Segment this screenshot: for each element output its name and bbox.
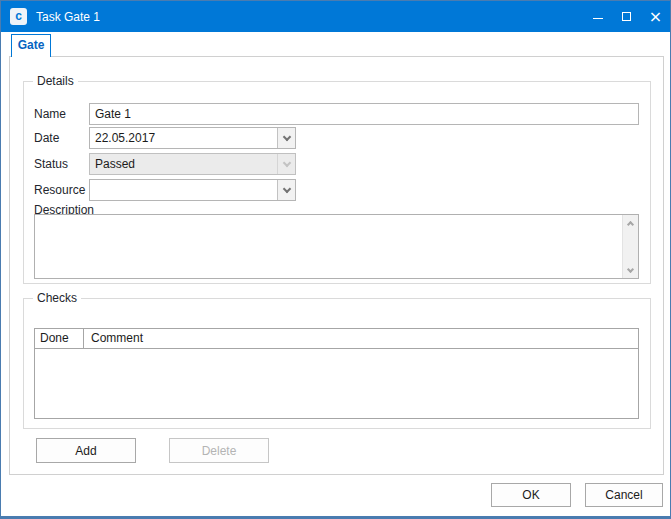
status-label: Status bbox=[34, 157, 68, 171]
ok-button[interactable]: OK bbox=[491, 483, 571, 507]
chevron-down-icon bbox=[282, 132, 290, 140]
window-title: Task Gate 1 bbox=[36, 10, 100, 24]
close-button[interactable]: × bbox=[641, 1, 670, 32]
checks-group-label: Checks bbox=[33, 291, 81, 305]
description-textarea[interactable] bbox=[35, 215, 622, 278]
checks-group: Checks Done Comment bbox=[23, 298, 651, 429]
name-input[interactable] bbox=[89, 103, 639, 125]
column-header-comment[interactable]: Comment bbox=[84, 329, 638, 348]
column-header-done[interactable]: Done bbox=[35, 329, 84, 348]
close-icon: × bbox=[649, 9, 662, 25]
chevron-down-icon bbox=[282, 184, 290, 192]
title-bar: c Task Gate 1 × bbox=[1, 1, 670, 32]
chevron-down-icon bbox=[282, 158, 290, 166]
window-controls: × bbox=[583, 1, 670, 32]
tab-gate[interactable]: Gate bbox=[11, 34, 51, 57]
resource-label: Resource bbox=[34, 183, 85, 197]
add-button[interactable]: Add bbox=[36, 438, 136, 463]
name-label: Name bbox=[34, 107, 66, 121]
status-value: Passed bbox=[90, 154, 277, 174]
details-group-label: Details bbox=[33, 74, 78, 88]
status-combobox[interactable]: Passed bbox=[89, 153, 296, 175]
checks-table[interactable]: Done Comment bbox=[34, 328, 639, 419]
cancel-button[interactable]: Cancel bbox=[585, 483, 663, 507]
status-dropdown-button[interactable] bbox=[277, 154, 295, 174]
checks-table-body[interactable] bbox=[35, 350, 638, 418]
tab-panel: Details Name Date 22.05.2017 Status Pass… bbox=[9, 56, 664, 475]
chevron-up-icon bbox=[627, 220, 634, 227]
resource-combobox[interactable] bbox=[89, 179, 296, 201]
details-group: Details Name Date 22.05.2017 Status Pass… bbox=[23, 81, 651, 284]
maximize-button[interactable] bbox=[612, 1, 641, 32]
scroll-up-button[interactable] bbox=[623, 215, 638, 230]
date-label: Date bbox=[34, 131, 59, 145]
dialog-window: c Task Gate 1 × Gate Details Name Date 2… bbox=[0, 0, 671, 519]
chevron-down-icon bbox=[627, 265, 634, 272]
description-field bbox=[34, 214, 639, 279]
description-scrollbar[interactable] bbox=[622, 215, 638, 278]
delete-button[interactable]: Delete bbox=[169, 438, 269, 463]
maximize-icon bbox=[622, 12, 631, 21]
minimize-button[interactable] bbox=[583, 1, 612, 32]
date-dropdown-button[interactable] bbox=[277, 128, 295, 148]
minimize-icon bbox=[593, 18, 603, 19]
date-combobox[interactable]: 22.05.2017 bbox=[89, 127, 296, 149]
resource-value bbox=[90, 180, 277, 200]
resource-dropdown-button[interactable] bbox=[277, 180, 295, 200]
date-value: 22.05.2017 bbox=[90, 128, 277, 148]
checks-table-header: Done Comment bbox=[35, 329, 638, 349]
app-icon: c bbox=[10, 8, 27, 25]
scroll-down-button[interactable] bbox=[623, 263, 638, 278]
